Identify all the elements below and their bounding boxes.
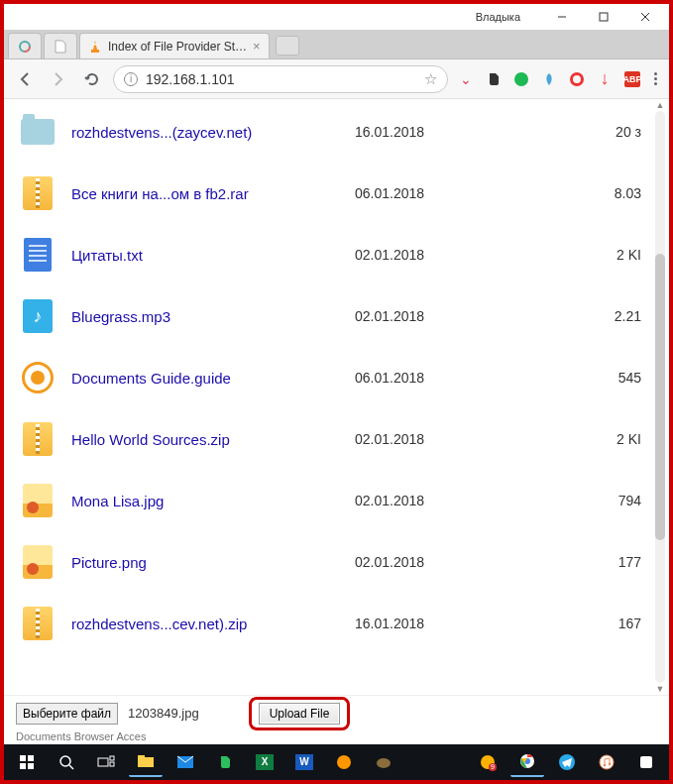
img-icon <box>20 483 56 518</box>
svg-rect-16 <box>110 762 114 766</box>
file-date: 02.01.2018 <box>355 493 464 508</box>
taskbar-telegram[interactable] <box>550 747 584 777</box>
zip-icon <box>20 606 56 641</box>
upload-highlight: Upload File <box>259 703 341 725</box>
svg-rect-17 <box>138 757 154 767</box>
file-name-link[interactable]: Mona Lisa.jpg <box>71 493 339 509</box>
footer-text: Documents Browser Acces <box>4 730 669 744</box>
taskbar-media[interactable] <box>327 747 361 777</box>
browsec-icon[interactable] <box>539 69 559 89</box>
svg-rect-28 <box>640 756 652 768</box>
upload-file-button[interactable]: Upload File <box>259 703 341 725</box>
new-tab-button[interactable] <box>276 36 299 56</box>
file-name-link[interactable]: Все книги на...ом в fb2.rar <box>71 185 339 202</box>
search-button[interactable] <box>50 747 83 777</box>
adblock-icon[interactable]: ABP <box>622 69 642 89</box>
maximize-button[interactable] <box>584 6 623 28</box>
taskbar-gimp[interactable] <box>367 747 400 777</box>
svg-rect-1 <box>600 13 608 21</box>
file-size: 2 KI <box>617 431 653 447</box>
scroll-up-icon[interactable]: ▲ <box>655 99 665 111</box>
browser-menu-button[interactable] <box>650 68 661 89</box>
tab-title: Index of File Provider St… <box>108 40 247 54</box>
opera-icon[interactable] <box>567 69 587 89</box>
taskbar-tray-1[interactable]: 9 <box>471 747 505 777</box>
vlc-icon <box>88 40 102 54</box>
svg-point-27 <box>609 763 612 766</box>
svg-rect-9 <box>28 755 34 761</box>
scroll-track[interactable] <box>655 111 665 683</box>
svg-line-13 <box>69 765 73 769</box>
scrollbar[interactable]: ▲ ▼ <box>655 99 665 695</box>
window-titlebar: Владыка <box>4 4 669 30</box>
file-date: 16.01.2018 <box>355 124 464 140</box>
file-size: 2.21 <box>615 308 653 324</box>
svg-rect-6 <box>91 50 99 53</box>
file-size: 177 <box>618 554 653 570</box>
evernote-icon[interactable] <box>484 69 504 89</box>
taskbar-chrome[interactable] <box>510 747 544 777</box>
file-name-link[interactable]: Picture.png <box>71 554 339 571</box>
file-row[interactable]: Picture.png02.01.2018177 <box>4 531 669 593</box>
reload-button[interactable] <box>79 66 105 92</box>
doc-icon <box>20 237 56 273</box>
audio-icon: ♪ <box>20 298 56 334</box>
file-row[interactable]: rozhdestvens...(zaycev.net)16.01.201820 … <box>4 101 669 163</box>
scroll-down-icon[interactable]: ▼ <box>655 683 665 695</box>
img-icon <box>20 544 56 580</box>
file-row[interactable]: ♪Bluegrass.mp302.01.20182.21 <box>4 285 669 347</box>
taskbar-itunes[interactable] <box>590 747 623 777</box>
file-date: 06.01.2018 <box>355 185 464 201</box>
file-name-link[interactable]: Hello World Sources.zip <box>71 431 339 448</box>
file-row[interactable]: Цитаты.txt02.01.20182 KI <box>4 224 669 285</box>
tab-active[interactable]: Index of File Provider St… × <box>79 33 270 58</box>
tab-home[interactable] <box>8 33 42 58</box>
file-size: 8.03 <box>615 185 653 201</box>
pocket-icon[interactable]: ⌄ <box>456 69 476 89</box>
forward-button[interactable] <box>46 66 71 92</box>
taskbar-word[interactable]: W <box>287 747 321 777</box>
file-name-link[interactable]: Documents Guide.guide <box>71 370 339 387</box>
url-text: 192.168.1.101 <box>146 71 235 87</box>
taskbar-excel[interactable]: X <box>248 747 281 777</box>
bookmark-star-icon[interactable]: ☆ <box>424 70 437 88</box>
back-button[interactable] <box>12 66 38 92</box>
site-info-icon[interactable]: i <box>124 72 138 86</box>
scroll-thumb[interactable] <box>655 254 665 540</box>
browser-navbar: i 192.168.1.101 ☆ ⌄ ↓ ABP <box>4 59 669 99</box>
zip-icon <box>20 175 56 211</box>
svg-rect-11 <box>28 763 34 769</box>
file-size: 2 KI <box>617 247 653 263</box>
task-view-button[interactable] <box>89 747 123 777</box>
svg-rect-8 <box>20 755 26 761</box>
file-row[interactable]: Все книги на...ом в fb2.rar06.01.20188.0… <box>4 163 669 224</box>
svg-rect-18 <box>138 755 145 758</box>
svg-rect-10 <box>20 763 26 769</box>
address-bar[interactable]: i 192.168.1.101 ☆ <box>113 65 448 93</box>
file-name-link[interactable]: rozhdestvens...cev.net).zip <box>71 616 339 632</box>
taskbar-evernote[interactable] <box>208 747 242 777</box>
file-row[interactable]: Documents Guide.guide06.01.2018545 <box>4 347 669 408</box>
taskbar-app-last[interactable] <box>629 747 663 777</box>
file-row[interactable]: Mona Lisa.jpg02.01.2018794 <box>4 470 669 531</box>
choose-file-button[interactable]: Выберите файл <box>16 703 118 725</box>
svg-point-12 <box>60 756 70 766</box>
download-icon[interactable]: ↓ <box>595 69 615 89</box>
file-name-link[interactable]: Цитаты.txt <box>71 247 339 264</box>
file-size: 167 <box>618 616 653 631</box>
start-button[interactable] <box>10 747 44 777</box>
minimize-button[interactable] <box>542 6 582 28</box>
close-button[interactable] <box>625 6 665 28</box>
file-date: 02.01.2018 <box>355 308 464 324</box>
file-name-link[interactable]: rozhdestvens...(zaycev.net) <box>71 124 339 141</box>
taskbar-mail[interactable] <box>168 747 202 777</box>
file-row[interactable]: rozhdestvens...cev.net).zip16.01.2018167 <box>4 593 669 654</box>
file-row[interactable]: Hello World Sources.zip02.01.20182 KI <box>4 408 669 470</box>
taskbar-explorer[interactable] <box>129 747 163 777</box>
tab-close-icon[interactable]: × <box>253 39 261 54</box>
guide-icon <box>20 360 56 395</box>
windows-taskbar: X W 9 <box>4 744 669 780</box>
tab-blank[interactable] <box>44 33 77 58</box>
green-dot-icon[interactable] <box>511 69 531 89</box>
file-name-link[interactable]: Bluegrass.mp3 <box>71 308 339 325</box>
